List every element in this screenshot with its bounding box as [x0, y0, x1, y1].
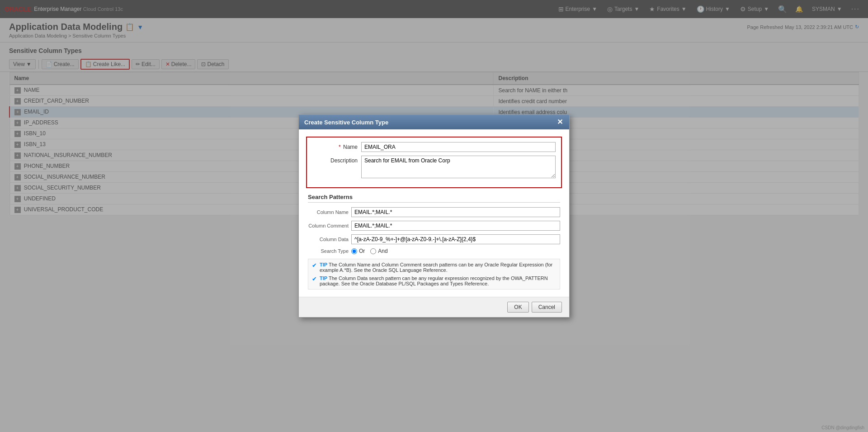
or-radio[interactable] [351, 248, 357, 254]
tip1-row: ✔ TIP The Column Name and Column Comment… [312, 262, 556, 273]
column-name-label: Column Name [308, 209, 349, 215]
search-patterns-section: Search Patterns Column Name Column Comme… [306, 194, 562, 290]
column-name-input[interactable] [351, 207, 560, 217]
tip2-check-icon: ✔ [312, 275, 317, 282]
column-data-label: Column Data [308, 237, 349, 242]
column-name-row: Column Name [308, 207, 560, 217]
search-type-row: Search Type Or And [308, 248, 560, 254]
search-type-label: Search Type [308, 248, 349, 254]
search-type-radio-group: Or And [351, 248, 388, 254]
cancel-button[interactable]: Cancel [532, 302, 562, 313]
name-row: * Name [312, 142, 556, 152]
tip1-check-icon: ✔ [312, 262, 317, 269]
search-type-or[interactable]: Or [351, 248, 365, 254]
column-data-row: Column Data [308, 234, 560, 244]
and-radio[interactable] [370, 248, 376, 254]
ok-button[interactable]: OK [507, 302, 528, 313]
description-row: Description [312, 156, 556, 178]
tips-section: ✔ TIP The Column Name and Column Comment… [308, 259, 560, 290]
column-comment-label: Column Comment [308, 223, 349, 228]
required-star: * [339, 144, 341, 150]
description-label: Description [312, 156, 358, 164]
name-label: * Name [312, 142, 358, 150]
column-comment-input[interactable] [351, 221, 560, 231]
dialog-body: * Name Description Search Patterns Colum… [299, 129, 569, 297]
name-input[interactable] [361, 142, 556, 152]
create-sensitive-column-type-dialog: Create Sensitive Column Type ✕ * Name De… [298, 114, 570, 318]
dialog-title: Create Sensitive Column Type [304, 119, 388, 126]
dialog-close-button[interactable]: ✕ [556, 119, 564, 126]
column-comment-row: Column Comment [308, 221, 560, 231]
search-type-and[interactable]: And [370, 248, 387, 254]
modal-overlay: Create Sensitive Column Type ✕ * Name De… [0, 0, 868, 432]
name-description-section: * Name Description [306, 137, 562, 188]
search-patterns-title: Search Patterns [308, 194, 560, 203]
column-data-input[interactable] [351, 234, 560, 244]
description-input[interactable] [361, 156, 556, 178]
tip2-row: ✔ TIP The Column Data search pattern can… [312, 275, 556, 286]
dialog-header: Create Sensitive Column Type ✕ [299, 115, 569, 129]
dialog-footer: OK Cancel [299, 297, 569, 317]
